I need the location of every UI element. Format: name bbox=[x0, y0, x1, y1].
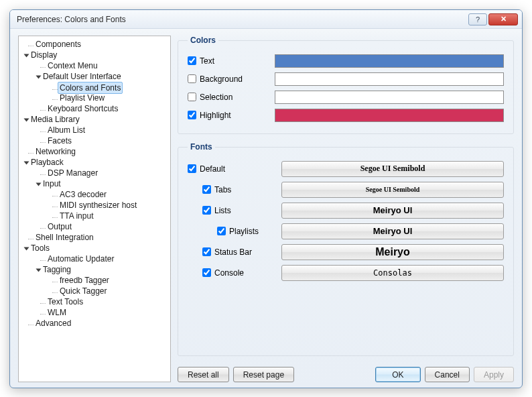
text-color-swatch[interactable] bbox=[275, 54, 504, 68]
highlight-label: Highlight bbox=[200, 111, 231, 120]
tree-dui[interactable]: Default User Interface bbox=[21, 71, 170, 82]
tree-freedb[interactable]: freedb Tagger bbox=[21, 275, 170, 286]
chevron-down-icon[interactable] bbox=[36, 182, 42, 186]
apply-button[interactable]: Apply bbox=[474, 367, 514, 382]
lists-checkbox[interactable] bbox=[202, 206, 211, 215]
tree-output[interactable]: Output bbox=[21, 221, 170, 232]
console-font-button[interactable]: Consolas bbox=[281, 265, 504, 281]
colors-legend: Colors bbox=[188, 36, 218, 45]
window-title: Preferences: Colors and Fonts bbox=[17, 15, 467, 24]
text-checkbox[interactable] bbox=[188, 56, 196, 65]
chevron-down-icon[interactable] bbox=[24, 161, 29, 164]
default-checkbox[interactable] bbox=[188, 164, 196, 173]
tree-colors-fonts[interactable]: Colors and Fonts bbox=[21, 82, 170, 93]
reset-page-button[interactable]: Reset page bbox=[233, 367, 294, 382]
font-row-console: Console Consolas bbox=[188, 262, 504, 283]
selection-label: Selection bbox=[200, 93, 232, 102]
status-checkbox[interactable] bbox=[202, 247, 211, 256]
tree-playback[interactable]: Playback bbox=[21, 157, 170, 168]
help-button[interactable]: ? bbox=[468, 13, 487, 25]
status-label: Status Bar bbox=[214, 247, 252, 257]
font-row-tabs: Tabs Segoe UI Semibold bbox=[188, 179, 504, 200]
console-label: Console bbox=[214, 268, 244, 278]
tree-playlist-view[interactable]: Playlist View bbox=[21, 93, 170, 103]
selection-color-swatch[interactable] bbox=[275, 91, 504, 104]
font-row-playlists: Playlists Meiryo UI bbox=[188, 221, 504, 241]
tree-quick[interactable]: Quick Tagger bbox=[21, 286, 170, 296]
highlight-checkbox[interactable] bbox=[188, 111, 196, 119]
tree-midi[interactable]: MIDI synthesizer host bbox=[21, 200, 170, 211]
tabs-label: Tabs bbox=[214, 185, 231, 194]
ok-button[interactable]: OK bbox=[375, 367, 420, 382]
text-label: Text bbox=[200, 56, 214, 66]
tree-tools[interactable]: Tools bbox=[21, 243, 170, 253]
nav-tree[interactable]: Components Display Context Menu Default … bbox=[18, 36, 171, 382]
chevron-down-icon[interactable] bbox=[24, 118, 29, 121]
status-font-button[interactable]: Meiryo bbox=[281, 244, 504, 260]
tabs-checkbox[interactable] bbox=[202, 185, 211, 194]
tree-dsp[interactable]: DSP Manager bbox=[21, 168, 170, 178]
tree-kbd[interactable]: Keyboard Shortcuts bbox=[21, 103, 170, 114]
reset-all-button[interactable]: Reset all bbox=[178, 367, 229, 382]
fonts-group: Fonts Default Segoe UI Semibold Tabs Seg… bbox=[178, 142, 514, 356]
playlists-font-button[interactable]: Meiryo UI bbox=[281, 223, 504, 239]
tree-shell[interactable]: Shell Integration bbox=[21, 232, 170, 243]
chevron-down-icon[interactable] bbox=[36, 75, 42, 78]
tree-album-list[interactable]: Album List bbox=[21, 125, 170, 135]
preferences-window: Preferences: Colors and Fonts ? ✕ Compon… bbox=[9, 9, 523, 388]
tree-display[interactable]: Display bbox=[21, 50, 170, 60]
tree-networking[interactable]: Networking bbox=[21, 146, 170, 157]
tree-advanced[interactable]: Advanced bbox=[21, 318, 170, 329]
tree-input[interactable]: Input bbox=[21, 178, 170, 189]
color-row-highlight: Highlight bbox=[188, 106, 504, 124]
color-row-selection: Selection bbox=[188, 88, 504, 106]
dialog-footer: Reset all Reset page OK Cancel Apply bbox=[178, 364, 514, 382]
tree-context-menu[interactable]: Context Menu bbox=[21, 60, 170, 71]
background-checkbox[interactable] bbox=[188, 74, 196, 83]
playlists-checkbox[interactable] bbox=[217, 227, 226, 235]
console-checkbox[interactable] bbox=[202, 268, 211, 277]
cancel-button[interactable]: Cancel bbox=[425, 367, 470, 382]
tree-texttools[interactable]: Text Tools bbox=[21, 296, 170, 307]
tree-components[interactable]: Components bbox=[21, 39, 170, 50]
background-label: Background bbox=[200, 74, 243, 84]
tree-autoup[interactable]: Automatic Updater bbox=[21, 253, 170, 264]
color-row-text: Text bbox=[188, 52, 504, 70]
color-row-background: Background bbox=[188, 70, 504, 88]
tree-media-library[interactable]: Media Library bbox=[21, 114, 170, 125]
font-row-default: Default Segoe UI Semibold bbox=[188, 158, 504, 179]
chevron-down-icon[interactable] bbox=[24, 54, 29, 57]
lists-font-button[interactable]: Meiryo UI bbox=[281, 203, 504, 219]
chevron-down-icon[interactable] bbox=[36, 268, 42, 272]
tree-tta[interactable]: TTA input bbox=[21, 211, 170, 221]
tree-wlm[interactable]: WLM bbox=[21, 307, 170, 318]
lists-label: Lists bbox=[214, 206, 231, 215]
fonts-legend: Fonts bbox=[188, 142, 215, 152]
playlists-label: Playlists bbox=[229, 227, 259, 236]
background-color-swatch[interactable] bbox=[275, 72, 504, 86]
tree-tagging[interactable]: Tagging bbox=[21, 264, 170, 275]
colors-group: Colors Text Background Selection Highlig… bbox=[178, 36, 514, 134]
chevron-down-icon[interactable] bbox=[24, 247, 29, 250]
tabs-font-button[interactable]: Segoe UI Semibold bbox=[281, 182, 504, 198]
highlight-color-swatch[interactable] bbox=[275, 109, 504, 122]
close-button[interactable]: ✕ bbox=[488, 13, 518, 25]
titlebar: Preferences: Colors and Fonts ? ✕ bbox=[10, 10, 522, 29]
default-font-button[interactable]: Segoe UI Semibold bbox=[281, 161, 504, 177]
selection-checkbox[interactable] bbox=[188, 93, 196, 101]
font-row-status: Status Bar Meiryo bbox=[188, 241, 504, 262]
default-label: Default bbox=[200, 164, 225, 174]
font-row-lists: Lists Meiryo UI bbox=[188, 200, 504, 221]
tree-facets[interactable]: Facets bbox=[21, 135, 170, 146]
tree-ac3[interactable]: AC3 decoder bbox=[21, 189, 170, 200]
